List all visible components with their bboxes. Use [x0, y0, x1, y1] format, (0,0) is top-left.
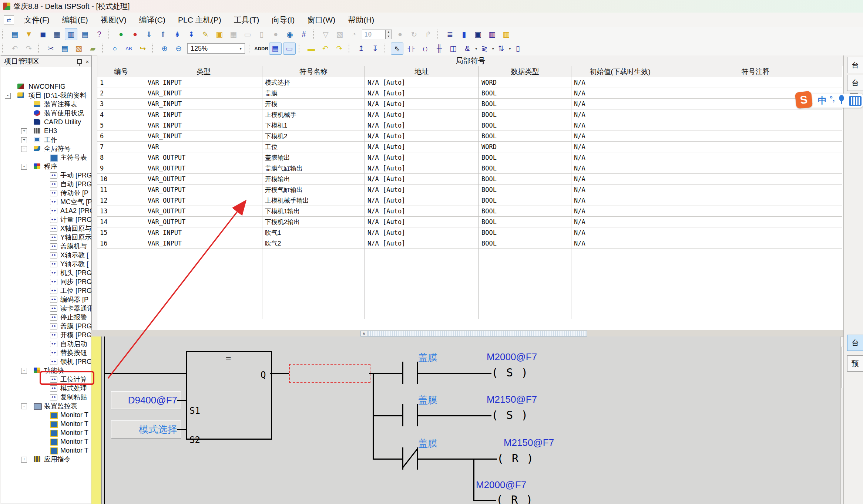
cell-r10-c0[interactable]: 10	[97, 174, 145, 185]
cell-r15-c5[interactable]: N/A	[571, 227, 669, 238]
column-header-0[interactable]: 编号	[97, 66, 145, 77]
project-structure-icon[interactable]: ≣	[444, 28, 456, 40]
tree-item-装置监控表[interactable]: 装置监控表	[44, 402, 77, 410]
edit-pen-icon[interactable]: ✎	[199, 28, 212, 40]
toolbar-handle[interactable]	[38, 44, 41, 53]
bookmark-prev-icon[interactable]: ↶	[319, 43, 332, 55]
coil-tool-icon[interactable]: ( )	[419, 43, 432, 55]
expand-icon[interactable]: +	[21, 128, 27, 134]
tree-item-停止报警[interactable]: 停止报警	[60, 313, 87, 322]
new-file-icon[interactable]: ▤	[9, 28, 21, 40]
cell-r14-c6[interactable]	[669, 217, 842, 227]
tree-item-项目-[D:\1-我的资料[interactable]: 项目 [D:\1-我的资料	[28, 91, 87, 100]
menu-0[interactable]: 文件(F)	[18, 13, 56, 27]
cell-r2-c3[interactable]: N/A [Auto]	[365, 88, 479, 99]
cell-r6-c4[interactable]: BOOL	[479, 131, 571, 142]
comment-view-icon[interactable]: ▭	[283, 43, 296, 55]
contact-tool-icon[interactable]: ┤├	[405, 43, 417, 55]
transfer-out-icon[interactable]: ⇟	[171, 28, 184, 40]
operand-s2[interactable]: 模式选择	[111, 420, 181, 438]
cell-r12-c2[interactable]: 上模机械手输出	[262, 195, 365, 206]
contact-label-3[interactable]: 盖膜	[395, 437, 460, 450]
tree-item-Y轴示教-[[interactable]: Y轴示教 [	[60, 260, 88, 268]
tree-item-工作[interactable]: 工作	[44, 135, 57, 144]
coil-reset-1[interactable]: ( R )	[497, 452, 534, 465]
tree-item-X轴回原与[interactable]: X轴回原与	[60, 224, 91, 233]
zoom-out-icon[interactable]: ⊖	[172, 43, 185, 55]
cell-r9-c0[interactable]: 9	[97, 163, 145, 174]
child-window-icon[interactable]: ⇄	[4, 16, 14, 24]
goto-icon[interactable]: ↪	[137, 43, 149, 55]
cell-r8-c5[interactable]: N/A	[571, 152, 669, 163]
address-label-2[interactable]: M2150@F7	[479, 394, 544, 405]
cell-r10-c6[interactable]	[669, 174, 842, 185]
cell-r10-c5[interactable]: N/A	[571, 174, 669, 185]
pin-icon[interactable]	[75, 57, 83, 65]
table-row[interactable]: 14VAR_OUTPUT下模机2输出N/A [Auto]BOOLN/A	[97, 217, 844, 227]
cell-r9-c4[interactable]: BOOL	[479, 163, 571, 174]
tree-item-X轴示教-[[interactable]: X轴示教 [	[60, 251, 88, 260]
columns-blue-icon[interactable]: ▥	[486, 28, 498, 40]
menu-5[interactable]: 工具(T)	[228, 13, 266, 27]
toolbar-handle[interactable]	[385, 44, 388, 53]
toolbar-handle[interactable]	[102, 44, 105, 53]
table-row[interactable]: 13VAR_OUTPUT下模机1输出N/A [Auto]BOOLN/A	[97, 206, 844, 217]
cell-r4-c4[interactable]: BOOL	[479, 109, 571, 120]
tree-item-全局符号[interactable]: 全局符号	[44, 144, 71, 153]
address-mode-toggle[interactable]: ADDR	[255, 43, 268, 55]
ladder-editor[interactable]: =QS1S2 D9400@F7模式选择( S )盖膜M2000@F7( S )盖…	[91, 336, 840, 504]
tree-item-Monitor-T[interactable]: Monitor T	[60, 446, 88, 455]
cell-r11-c3[interactable]: N/A [Auto]	[365, 185, 479, 195]
cell-r13-c6[interactable]	[669, 206, 842, 217]
coil-set-2[interactable]: ( S )	[491, 409, 528, 422]
network-icon[interactable]: #	[298, 28, 310, 40]
tree-item-传动带-[P[interactable]: 传动带 [P	[60, 189, 88, 197]
help-book-icon[interactable]: ?	[93, 28, 105, 40]
cycle-counter-spinbox[interactable]: ▲▼	[362, 30, 392, 39]
expand-icon[interactable]: +	[21, 457, 27, 463]
open-file-icon[interactable]: ▼	[23, 28, 35, 40]
ime-language-toggle[interactable]: 中	[818, 95, 827, 106]
cell-r6-c0[interactable]: 6	[97, 131, 145, 142]
table-row[interactable]: 1VAR_INPUT模式选择N/A [Auto]WORDN/A	[97, 77, 844, 88]
cell-r9-c3[interactable]: N/A [Auto]	[365, 163, 479, 174]
replace-icon[interactable]: AB	[122, 43, 135, 55]
address-label-3[interactable]: M2150@F7	[496, 437, 561, 449]
find-icon[interactable]: ○	[108, 43, 121, 55]
cell-r3-c3[interactable]: N/A [Auto]	[365, 99, 479, 109]
instruction-box-icon[interactable]: ◫	[447, 43, 460, 55]
cell-r13-c2[interactable]: 下模机1输出	[262, 206, 365, 217]
spin-up-icon[interactable]: ▲	[386, 30, 392, 34]
tree-item-开模-[PRG[interactable]: 开模 [PRG	[60, 331, 91, 339]
cell-r7-c0[interactable]: 7	[97, 142, 145, 152]
address-label-4[interactable]: M2000@F7	[469, 479, 534, 491]
compare-dropdown[interactable]: ≷	[478, 43, 491, 55]
collapse-icon[interactable]: -	[21, 146, 27, 152]
cell-r5-c2[interactable]: 下模机1	[262, 120, 365, 131]
menu-8[interactable]: 帮助(H)	[342, 13, 380, 27]
ime-punctuation-toggle[interactable]: °,	[830, 95, 835, 103]
horizontal-scrollbar[interactable]: ∧	[360, 331, 587, 336]
cell-r15-c2[interactable]: 吹气1	[262, 227, 365, 238]
tree-item-Y轴回原示[interactable]: Y轴回原示	[60, 233, 91, 242]
cell-r5-c3[interactable]: N/A [Auto]	[365, 120, 479, 131]
menu-3[interactable]: 编译(C)	[133, 13, 172, 27]
tree-item-手动-[PRG[interactable]: 手动 [PRG	[60, 171, 91, 180]
toolbar-handle[interactable]	[108, 30, 112, 39]
cell-r1-c4[interactable]: WORD	[479, 77, 571, 88]
cell-r6-c6[interactable]	[669, 131, 842, 142]
cell-r3-c1[interactable]: VAR_INPUT	[145, 99, 262, 109]
menu-1[interactable]: 编辑(E)	[56, 13, 94, 27]
toolbar-handle[interactable]	[437, 30, 441, 39]
cell-r8-c3[interactable]: N/A [Auto]	[365, 152, 479, 163]
cell-r15-c3[interactable]: N/A [Auto]	[365, 227, 479, 238]
download-plc-icon[interactable]: ⇓	[143, 28, 155, 40]
cell-r4-c2[interactable]: 上模机械手	[262, 109, 365, 120]
insert-row-below-icon[interactable]: ↧	[369, 43, 382, 55]
tree-item-机头-[PRG[interactable]: 机头 [PRG	[60, 268, 91, 277]
spin-down-icon[interactable]: ▼	[386, 34, 392, 39]
print-icon[interactable]: ▦	[51, 28, 63, 40]
table-row[interactable]: 5VAR_INPUT下模机1N/A [Auto]BOOLN/A	[97, 120, 844, 131]
cell-r1-c5[interactable]: N/A	[571, 77, 669, 88]
cell-r6-c5[interactable]: N/A	[571, 131, 669, 142]
